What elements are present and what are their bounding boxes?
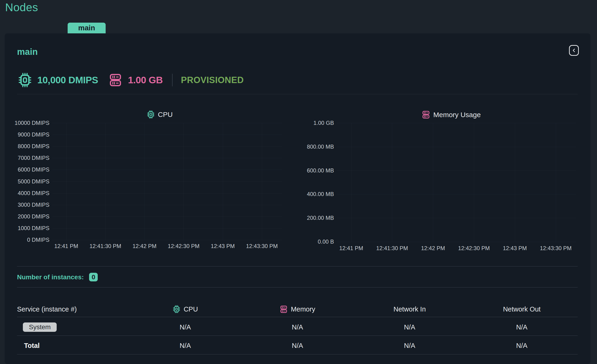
chart-y-tick-label: 2000 DMIPS	[0, 213, 49, 220]
chart-gridline	[53, 240, 282, 240]
tab-main[interactable]: main	[68, 23, 106, 33]
chart-y-tick-label: 400.00 MB	[278, 191, 334, 198]
instances-count-badge: 0	[89, 273, 98, 281]
chart-x-tick-label: 12:41:30 PM	[369, 245, 415, 252]
col-header-service: Service (instance #)	[17, 304, 129, 314]
memory-value: N/A	[241, 340, 353, 351]
network-in-value: N/A	[353, 340, 466, 351]
chart-gridline	[223, 123, 223, 240]
chart-gridline	[66, 123, 66, 240]
chart-y-tick-label: 200.00 MB	[278, 214, 334, 222]
chart-gridline	[337, 242, 576, 242]
table-header: Service (instance #) CPU Memory Network …	[5, 304, 590, 313]
chart-gridline	[145, 123, 145, 240]
service-cell: System	[17, 322, 129, 332]
chart-gridline	[337, 171, 576, 171]
divider	[17, 266, 578, 267]
charts-area: 10000 DMIPS9000 DMIPS8000 DMIPS7000 DMIP…	[5, 33, 590, 364]
total-label: Total	[24, 342, 40, 349]
cpu-value: N/A	[129, 340, 241, 351]
chart-gridline	[53, 216, 282, 217]
chart-gridline	[556, 123, 556, 242]
col-header-label: CPU	[183, 305, 198, 313]
network-out-value: N/A	[466, 322, 578, 332]
col-header-label: Memory	[291, 305, 315, 313]
chart-y-tick-label: 9000 DMIPS	[0, 131, 49, 138]
chart-gridline	[53, 158, 282, 158]
service-cell: Total	[17, 340, 129, 351]
instances-label: Number of instances:	[17, 273, 84, 281]
cpu-value: N/A	[129, 322, 241, 332]
chart-x-tick-label: 12:43:30 PM	[532, 245, 579, 252]
chart-gridline	[474, 123, 474, 242]
chart-gridline	[53, 146, 282, 147]
divider	[17, 287, 578, 287]
chart-gridline	[337, 123, 576, 123]
chart-y-tick-label: 8000 DMIPS	[0, 143, 49, 150]
chart-gridline	[53, 228, 282, 229]
chart-gridline	[337, 218, 576, 218]
chart-y-tick-label: 4000 DMIPS	[0, 190, 49, 197]
chart-gridline	[262, 123, 262, 240]
chart-gridline	[53, 170, 282, 170]
chart-y-tick-label: 10000 DMIPS	[0, 119, 49, 127]
divider	[17, 354, 578, 355]
network-out-value: N/A	[466, 340, 578, 351]
instances-row: Number of instances: 0	[17, 273, 98, 281]
chart-y-tick-label: 1000 DMIPS	[0, 225, 49, 232]
chart-y-tick-label: 0.00 B	[278, 238, 334, 245]
chart-x-tick-label: 12:42:30 PM	[451, 245, 497, 252]
chart-gridline	[183, 123, 184, 240]
col-header-network-out: Network Out	[466, 304, 578, 314]
chart-gridline	[105, 123, 106, 240]
chart-y-tick-label: 0 DMIPS	[0, 236, 49, 243]
chart-gridline	[392, 123, 392, 242]
chart-gridline	[433, 123, 433, 242]
memory-value: N/A	[241, 322, 353, 332]
chart-y-tick-label: 3000 DMIPS	[0, 201, 49, 208]
col-header-cpu: CPU	[129, 304, 241, 314]
chart-x-tick-label: 12:43 PM	[492, 245, 538, 252]
network-in-value: N/A	[353, 322, 466, 332]
chart-gridline	[53, 123, 282, 123]
chart-y-tick-label: 6000 DMIPS	[0, 166, 49, 173]
chart-y-tick-label: 800.00 MB	[278, 143, 334, 150]
chart-gridline	[53, 193, 282, 193]
chart-gridline	[53, 205, 282, 205]
col-header-memory: Memory	[241, 304, 353, 314]
chart-y-tick-label: 1.00 GB	[278, 119, 334, 127]
chart-y-tick-label: 600.00 MB	[278, 167, 334, 174]
table-row-total: Total N/A N/A N/A N/A	[5, 340, 590, 350]
cpu-icon	[173, 305, 181, 313]
chart-y-tick-label: 7000 DMIPS	[0, 154, 49, 161]
chart-x-tick-label: 12:42 PM	[410, 245, 456, 252]
chart-gridline	[337, 194, 576, 194]
table-row-system: System N/A N/A N/A N/A	[5, 322, 590, 332]
col-header-network-in: Network In	[353, 304, 466, 314]
chart-gridline	[53, 135, 282, 135]
chart-x-tick-label: 12:41 PM	[328, 245, 375, 252]
chart-gridline	[53, 182, 282, 182]
node-card: main 10,000 DMIPS 1.00 GB PROVISIONED	[5, 33, 590, 364]
service-badge-system[interactable]: System	[23, 323, 57, 332]
chart-y-tick-label: 5000 DMIPS	[0, 178, 49, 185]
page-title: Nodes	[5, 1, 38, 14]
chart-gridline	[515, 123, 515, 242]
chart-gridline	[337, 147, 576, 147]
memory-icon	[280, 305, 288, 313]
